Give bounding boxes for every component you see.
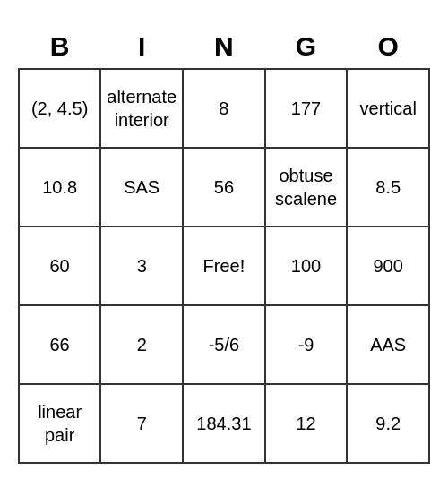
cell-r4c3: -5/6 — [183, 305, 265, 384]
cell-r4c2: 2 — [100, 305, 183, 384]
cell-r5c3: 184.31 — [183, 384, 265, 463]
bingo-card: BINGO (2, 4.5)alternate interior8177vert… — [18, 24, 430, 464]
bingo-row-2: 10.8SAS56obtuse scalene8.5 — [19, 148, 429, 226]
bingo-header-letter-b: B — [19, 24, 100, 69]
bingo-header-letter-n: N — [183, 24, 265, 69]
cell-r3c3: Free! — [183, 226, 265, 305]
cell-r4c1: 66 — [19, 305, 100, 384]
bingo-header-letter-i: I — [100, 24, 183, 69]
cell-r2c4: obtuse scalene — [265, 148, 348, 226]
cell-r1c2: alternate interior — [100, 69, 183, 148]
cell-r1c1: (2, 4.5) — [19, 69, 100, 148]
cell-r3c4: 100 — [265, 226, 348, 305]
bingo-row-3: 603Free!100900 — [19, 226, 429, 305]
cell-r2c1: 10.8 — [19, 148, 100, 226]
cell-r2c5: 8.5 — [347, 148, 429, 226]
cell-r5c5: 9.2 — [347, 384, 429, 463]
cell-r5c1: linear pair — [19, 384, 100, 463]
bingo-header-letter-o: O — [347, 24, 429, 69]
cell-r5c4: 12 — [265, 384, 348, 463]
cell-r1c3: 8 — [183, 69, 265, 148]
bingo-header-letter-g: G — [265, 24, 348, 69]
bingo-header: BINGO — [19, 24, 429, 69]
cell-r2c3: 56 — [183, 148, 265, 226]
cell-r1c4: 177 — [265, 69, 348, 148]
bingo-body: (2, 4.5)alternate interior8177vertical10… — [19, 69, 429, 463]
cell-r1c5: vertical — [347, 69, 429, 148]
cell-r3c5: 900 — [347, 226, 429, 305]
cell-r4c4: -9 — [265, 305, 348, 384]
cell-r4c5: AAS — [347, 305, 429, 384]
bingo-row-1: (2, 4.5)alternate interior8177vertical — [19, 69, 429, 148]
cell-r3c1: 60 — [19, 226, 100, 305]
bingo-row-5: linear pair7184.31129.2 — [19, 384, 429, 463]
cell-r2c2: SAS — [100, 148, 183, 226]
cell-r5c2: 7 — [100, 384, 183, 463]
bingo-row-4: 662-5/6-9AAS — [19, 305, 429, 384]
cell-r3c2: 3 — [100, 226, 183, 305]
